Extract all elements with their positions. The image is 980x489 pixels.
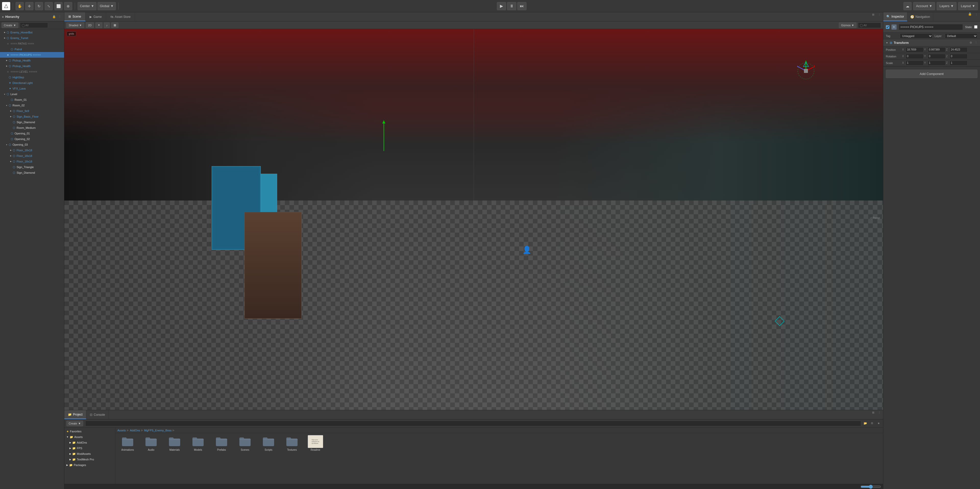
mode-2d-btn[interactable]: 2D: [86, 22, 94, 28]
project-filter-btn[interactable]: ⚙: [870, 421, 874, 426]
h-item-pickup-health-2[interactable]: ⬡ Pickup_Health: [0, 63, 64, 69]
folder-prefabs[interactable]: Prefabs: [211, 435, 232, 451]
inspector-menu-btn[interactable]: ⋮: [974, 12, 978, 17]
audio-btn[interactable]: ♪: [104, 22, 110, 28]
space-btn[interactable]: Global ▼: [97, 2, 116, 10]
h-item-enemy-hoverbot[interactable]: ⬡ Enemy_HoverBot: [0, 30, 64, 35]
rotation-x-input[interactable]: [906, 54, 924, 59]
h-item-paths-sep[interactable]: ≡ ==== PATHS ====: [0, 41, 64, 46]
folder-readme[interactable]: Nope porroquisquam estqui dolorem Readme: [305, 435, 326, 451]
transform-menu-icon[interactable]: ⋮: [975, 41, 977, 44]
hand-tool-btn[interactable]: ✋: [16, 2, 24, 10]
static-checkbox[interactable]: [974, 25, 977, 29]
scale-tool-btn[interactable]: ⤡: [45, 2, 53, 10]
h-item-room02[interactable]: ⬡ Room_02: [0, 103, 64, 108]
hierarchy-create-btn[interactable]: Create ▼: [2, 22, 18, 28]
h-item-pickups[interactable]: ≡ ===== PICKUPS =====: [0, 52, 64, 58]
breadcrumb-mgfps[interactable]: MgFPS_Enemy_Boss: [144, 429, 172, 432]
inspector-tab-inspector[interactable]: 🔍 Inspector: [883, 12, 907, 21]
folder-scenes[interactable]: Scenes: [235, 435, 255, 451]
inspector-tab-navigation[interactable]: 🧭 Navigation: [907, 12, 933, 21]
h-item-floor18-1[interactable]: ⬡ Floor_18x18: [0, 148, 64, 153]
h-item-level[interactable]: ⬡ Level: [0, 91, 64, 97]
scale-y-input[interactable]: [928, 60, 945, 65]
position-z-input[interactable]: [950, 47, 967, 52]
console-tab[interactable]: ⊡ Console: [86, 410, 109, 419]
sidebar-packages[interactable]: ▶ 📁 Packages: [64, 462, 115, 468]
position-y-input[interactable]: [928, 47, 945, 52]
transform-header[interactable]: ▼ ⊞ Transform ⚙ ⋮: [883, 39, 980, 46]
breadcrumb-addons[interactable]: AddOns: [130, 429, 140, 432]
layout-btn[interactable]: Layout ▼: [958, 2, 978, 10]
h-item-opening03[interactable]: ⬡ Opening_03: [0, 142, 64, 148]
scale-x-input[interactable]: [906, 60, 924, 65]
h-item-sign-diamond-2[interactable]: ⬡ Sign_Diamond: [0, 170, 64, 176]
rect-tool-btn[interactable]: ⬜: [54, 2, 62, 10]
bottom-maximize-btn[interactable]: ⊞: [871, 410, 875, 415]
scene-maximize-btn[interactable]: ⊞: [871, 12, 875, 17]
project-star-btn[interactable]: ★: [877, 421, 881, 426]
scale-z-input[interactable]: [950, 60, 967, 65]
h-item-pickup-health-1[interactable]: ⬡ Pickup_Health: [0, 58, 64, 63]
transform-settings-icon[interactable]: ⚙: [969, 41, 972, 44]
folder-textures[interactable]: Textures: [282, 435, 302, 451]
scene-viewport[interactable]: 👤: [64, 29, 883, 410]
h-item-opening01[interactable]: ⬡ Opening_01: [0, 130, 64, 136]
tag-dropdown[interactable]: Untagged: [900, 33, 932, 38]
sidebar-assets[interactable]: ▼ 📁 Assets: [64, 434, 115, 440]
h-item-sign-basic-floor[interactable]: ⬡ Sign_Basic_Floor: [0, 114, 64, 119]
h-item-patrol[interactable]: ⬡ Patrol: [0, 46, 64, 52]
folder-audio[interactable]: Audio: [141, 435, 161, 451]
hierarchy-list[interactable]: ⬡ Enemy_HoverBot ⬡ Enemy_Turret ≡ ==== P…: [0, 29, 64, 489]
rotation-y-input[interactable]: [928, 54, 945, 59]
sidebar-textmesh[interactable]: ▶ 📁 TextMesh Pro: [64, 457, 115, 462]
folder-animations[interactable]: Animations: [118, 435, 138, 451]
h-item-opening02[interactable]: ⬡ Opening_02: [0, 136, 64, 142]
h-item-vfx-lava[interactable]: ✦ VFX_Lava: [0, 86, 64, 91]
object-name-field[interactable]: [899, 24, 963, 30]
transform-tool-btn[interactable]: ⊕: [64, 2, 72, 10]
project-tab[interactable]: 📁 Project: [64, 410, 86, 419]
display-btn[interactable]: ▦: [111, 22, 118, 28]
sidebar-favorites[interactable]: ★ Favorites: [64, 429, 115, 434]
hierarchy-search[interactable]: [20, 22, 48, 28]
size-slider[interactable]: [861, 485, 881, 489]
add-component-btn[interactable]: Add Component: [886, 70, 977, 78]
breadcrumb-assets[interactable]: Assets: [118, 429, 126, 432]
h-item-floor18-3[interactable]: ⬡ Floor_18x18: [0, 159, 64, 164]
scene-tab-scene[interactable]: ⊞ Scene: [64, 12, 86, 21]
h-item-sign-diamond-1[interactable]: ⬡ Sign_Diamond: [0, 119, 64, 125]
shading-btn[interactable]: Shaded ▼: [66, 22, 84, 28]
folder-materials[interactable]: Materials: [164, 435, 185, 451]
h-item-room-medium[interactable]: ⬡ Room_Medium: [0, 125, 64, 130]
play-btn[interactable]: ▶: [497, 2, 506, 10]
inspector-lock-icon[interactable]: 🔒: [966, 12, 974, 21]
object-active-checkbox[interactable]: [886, 25, 889, 29]
hierarchy-menu-btn[interactable]: ⋮: [57, 14, 62, 19]
project-search[interactable]: [85, 421, 861, 426]
rotation-z-input[interactable]: [950, 54, 967, 59]
h-item-highstep[interactable]: ⬡ HighStep: [0, 75, 64, 80]
pause-btn[interactable]: ⏸: [507, 2, 516, 10]
h-item-directional-light[interactable]: ☀ Directional Light: [0, 80, 64, 86]
rotate-tool-btn[interactable]: ↻: [35, 2, 43, 10]
bottom-menu-btn[interactable]: ⋮: [877, 410, 881, 415]
h-item-floor9x9[interactable]: ⬡ Floor_9x9: [0, 108, 64, 114]
project-create-btn[interactable]: Create ▼: [66, 421, 83, 426]
sidebar-fps[interactable]: ▶ 📁 FPS: [64, 445, 115, 451]
cloud-btn[interactable]: ☁: [904, 2, 912, 10]
gizmos-btn[interactable]: Gizmos ▼: [839, 22, 856, 28]
scene-menu-btn[interactable]: ⋮: [877, 12, 881, 17]
sidebar-addons[interactable]: ▶ 📁 AddOns: [64, 440, 115, 445]
pivot-btn[interactable]: Center ▼: [78, 2, 97, 10]
scene-tab-game[interactable]: ▶ Game: [86, 12, 106, 21]
scene-tab-assetstore[interactable]: 🛍 Asset Store: [106, 12, 135, 21]
position-x-input[interactable]: [906, 47, 924, 52]
h-item-floor18-2[interactable]: ⬡ Floor_18x18: [0, 153, 64, 159]
h-item-room01[interactable]: ⬡ Room_01: [0, 97, 64, 103]
h-item-level-sep[interactable]: ≡ ===== LEVEL =====: [0, 69, 64, 75]
project-reveal-btn[interactable]: 📂: [863, 421, 868, 426]
h-item-enemy-turret[interactable]: ⬡ Enemy_Turret: [0, 35, 64, 41]
sidebar-modassets[interactable]: ▶ 📁 ModAssets: [64, 451, 115, 457]
layers-btn[interactable]: Layers ▼: [937, 2, 956, 10]
